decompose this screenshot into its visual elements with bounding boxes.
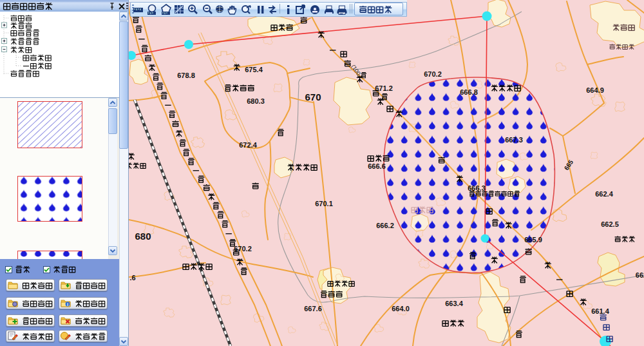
svg-text:670.1: 670.1 [315,200,333,207]
svg-text:680.3: 680.3 [247,97,265,105]
svg-text:675.4: 675.4 [245,66,263,73]
svg-text:678.8: 678.8 [177,72,195,79]
svg-text:662.5: 662.5 [601,220,619,228]
svg-text:666.2: 666.2 [376,222,394,229]
svg-text:667.6: 667.6 [304,305,322,312]
svg-text:.6: .6 [129,274,135,282]
svg-text:662: 662 [636,271,644,279]
svg-text:680: 680 [135,231,151,242]
svg-text:670.2: 670.2 [424,70,442,78]
svg-text:664.0: 664.0 [392,305,410,312]
svg-text:662.4: 662.4 [595,190,613,198]
svg-text:672.4: 672.4 [239,141,257,149]
svg-text:664.9: 664.9 [586,86,604,94]
svg-text:665.9: 665.9 [524,236,542,244]
svg-text:i: i [67,302,68,307]
svg-text:663.4: 663.4 [445,300,463,307]
svg-text:666.8: 666.8 [460,88,478,96]
svg-text:667.3: 667.3 [505,136,523,144]
svg-text:670: 670 [305,91,321,102]
svg-text:661.4: 661.4 [591,307,609,315]
svg-text:666.6: 666.6 [368,162,386,170]
